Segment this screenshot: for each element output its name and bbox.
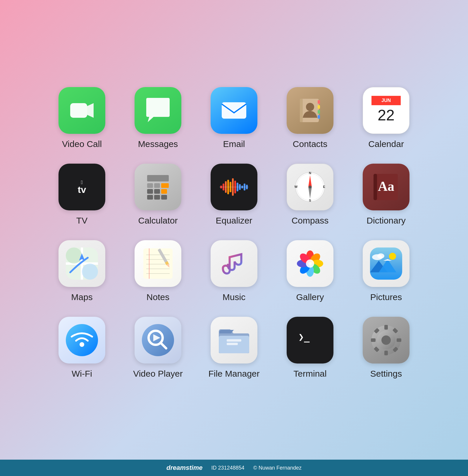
app-item-gallery[interactable]: Gallery	[281, 240, 339, 302]
footer-id: ID 231248854	[211, 465, 245, 471]
svg-text:❯_: ❯_	[298, 331, 310, 342]
svg-point-5	[306, 103, 314, 111]
app-item-calendar[interactable]: JUN 22 Calendar	[357, 87, 415, 149]
settings-icon	[363, 317, 410, 364]
dictionary-icon: Aa	[363, 164, 410, 210]
svg-point-80	[377, 253, 384, 259]
svg-rect-22	[161, 189, 167, 194]
svg-text:tv: tv	[78, 184, 86, 195]
app-item-terminal[interactable]: ❯_ Terminal	[281, 317, 339, 379]
svg-text:W: W	[295, 185, 298, 188]
svg-rect-89	[227, 339, 241, 342]
svg-text:E: E	[323, 185, 325, 188]
music-icon	[211, 240, 257, 287]
app-item-wifi[interactable]: Wi-Fi	[53, 317, 111, 379]
app-item-dictionary[interactable]: Aa Dictionary	[357, 164, 415, 226]
email-label: Email	[223, 139, 245, 149]
footer: dreamstime ID 231248854 © Nuwan Fernande…	[0, 460, 468, 476]
gallery-icon	[287, 240, 333, 287]
app-item-video-player[interactable]: Video Player	[129, 317, 187, 379]
equalizer-icon	[211, 164, 257, 210]
svg-rect-95	[371, 338, 376, 342]
pictures-icon	[363, 240, 410, 287]
svg-rect-16	[147, 175, 169, 181]
video-call-label: Video Call	[62, 139, 102, 149]
compass-icon: N S E W	[287, 164, 333, 210]
calculator-label: Calculator	[138, 216, 178, 226]
music-label: Music	[223, 292, 245, 302]
svg-rect-0	[70, 103, 87, 118]
app-item-tv[interactable]:  tv TV	[53, 164, 111, 226]
svg-rect-96	[397, 338, 401, 342]
main-content: Video Call Messages Email	[0, 0, 468, 460]
app-item-equalizer[interactable]: Equalizer	[205, 164, 263, 226]
svg-point-102	[381, 335, 391, 345]
compass-label: Compass	[292, 216, 329, 226]
svg-rect-7	[318, 105, 320, 109]
svg-text:JUN: JUN	[381, 98, 391, 103]
svg-rect-20	[147, 189, 153, 194]
svg-rect-4	[300, 99, 303, 122]
svg-rect-90	[227, 343, 238, 345]
svg-rect-8	[318, 110, 320, 114]
svg-text:22: 22	[378, 107, 395, 124]
svg-point-84	[142, 324, 174, 356]
svg-rect-54	[82, 264, 98, 280]
email-icon	[211, 87, 257, 134]
app-item-notes[interactable]: Notes	[129, 240, 187, 302]
svg-point-44	[309, 186, 312, 188]
app-item-messages[interactable]: Messages	[129, 87, 187, 149]
notes-icon	[135, 240, 181, 287]
svg-text:N: N	[309, 171, 311, 175]
app-item-video-call[interactable]: Video Call	[53, 87, 111, 149]
svg-text:S: S	[309, 199, 311, 202]
app-item-contacts[interactable]: Contacts	[281, 87, 339, 149]
svg-text:Aa: Aa	[378, 179, 394, 194]
gallery-label: Gallery	[296, 292, 324, 302]
dictionary-label: Dictionary	[367, 216, 405, 226]
svg-point-82	[66, 324, 98, 356]
svg-rect-93	[384, 325, 388, 330]
video-player-icon	[135, 317, 181, 364]
file-manager-label: File Manager	[208, 369, 259, 379]
app-item-settings[interactable]: Settings	[357, 317, 415, 379]
app-item-email[interactable]: Email	[205, 87, 263, 149]
svg-point-76	[389, 253, 396, 260]
svg-rect-6	[318, 100, 320, 104]
svg-rect-26	[161, 183, 169, 188]
svg-rect-21	[154, 189, 160, 194]
equalizer-label: Equalizer	[216, 216, 252, 226]
svg-rect-23	[147, 195, 153, 200]
app-item-file-manager[interactable]: File Manager	[205, 317, 263, 379]
terminal-icon: ❯_	[287, 317, 333, 364]
settings-label: Settings	[370, 369, 402, 379]
svg-point-83	[80, 342, 84, 347]
calendar-icon: JUN 22	[363, 87, 410, 134]
contacts-label: Contacts	[293, 139, 327, 149]
svg-rect-17	[147, 183, 153, 188]
svg-rect-24	[154, 195, 160, 200]
calculator-icon	[135, 164, 181, 210]
terminal-label: Terminal	[293, 369, 326, 379]
app-item-calculator[interactable]: Calculator	[129, 164, 187, 226]
app-item-pictures[interactable]: Pictures	[357, 240, 415, 302]
file-manager-icon	[211, 317, 257, 364]
tv-label: TV	[76, 216, 87, 226]
svg-rect-9	[318, 115, 320, 119]
footer-logo: dreamstime	[166, 464, 203, 472]
messages-icon	[135, 87, 181, 134]
app-item-music[interactable]: Music	[205, 240, 263, 302]
maps-label: Maps	[71, 292, 92, 302]
wifi-label: Wi-Fi	[72, 369, 92, 379]
app-item-maps[interactable]: Maps	[53, 240, 111, 302]
app-item-compass[interactable]: N S E W Compass	[281, 164, 339, 226]
svg-rect-25	[161, 195, 167, 200]
svg-rect-18	[154, 183, 160, 188]
footer-author: © Nuwan Fernandez	[253, 465, 302, 471]
pictures-label: Pictures	[370, 292, 402, 302]
maps-icon	[58, 240, 105, 287]
calendar-label: Calendar	[368, 139, 404, 149]
svg-point-74	[306, 259, 314, 268]
video-call-icon	[58, 87, 105, 134]
messages-label: Messages	[138, 139, 178, 149]
